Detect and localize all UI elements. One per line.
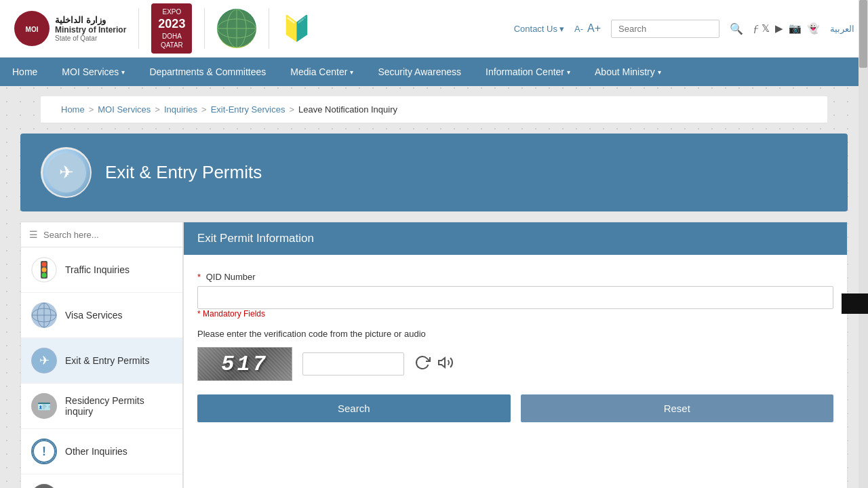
mandatory-note: * Mandatory Fields: [197, 309, 833, 319]
hero-icon: ✈: [41, 147, 92, 198]
header-search-button[interactable]: 🔍: [730, 22, 743, 35]
captcha-input[interactable]: [302, 352, 404, 375]
font-increase-button[interactable]: A+: [587, 22, 601, 35]
font-decrease-button[interactable]: A-: [574, 24, 583, 34]
svg-point-11: [42, 262, 47, 267]
sidebar: ☰ Traffic Inquiries: [20, 222, 183, 488]
moi-logo: MOI وزارة الداخلية Ministry of Interior …: [14, 8, 126, 49]
facebook-icon[interactable]: 𝓯: [753, 22, 756, 35]
breadcrumb: Home > MOI Services > Inquiries > Exit-E…: [41, 96, 827, 123]
logo-text-block: وزارة الداخلية Ministry of Interior Stat…: [55, 15, 126, 42]
other-icon: !: [31, 439, 57, 464]
form-header: Exit Permit Information: [184, 222, 847, 255]
font-size-controls: A- A+: [574, 22, 601, 35]
sidebar-item-visa-label: Visa Services: [65, 310, 123, 321]
qid-field-row: * QID Number * Mandatory Fields: [197, 272, 833, 319]
contact-dropdown-arrow: ▾: [559, 24, 564, 34]
breadcrumb-sep-4: >: [289, 104, 294, 115]
qid-number-input[interactable]: [197, 286, 833, 309]
svg-marker-28: [842, 287, 868, 321]
hero-banner: ✈ Exit & Entry Permits: [20, 134, 848, 211]
instagram-icon[interactable]: 📷: [789, 22, 802, 35]
qid-label: * QID Number: [197, 272, 833, 282]
sidebar-item-other[interactable]: ! Other Inquiries: [21, 429, 182, 474]
sidebar-item-traffic[interactable]: Traffic Inquiries: [21, 247, 182, 293]
breadcrumb-sep-1: >: [89, 104, 94, 115]
scrollbar-thumb[interactable]: [859, 0, 867, 68]
ministry-name-arabic: وزارة الداخلية: [55, 15, 126, 25]
captcha-row: 517: [197, 347, 833, 381]
verification-text: Please enter the verification code from …: [197, 329, 833, 339]
svg-point-25: [32, 485, 56, 488]
visa-icon: [31, 302, 57, 328]
page-container: Home > MOI Services > Inquiries > Exit-E…: [0, 96, 868, 488]
sidebar-search-input[interactable]: [43, 230, 174, 240]
breadcrumb-exit-entry-services[interactable]: Exit-Entry Services: [211, 104, 285, 115]
reset-button[interactable]: Reset: [521, 394, 834, 422]
nav-item-security-awareness[interactable]: Security Awareness: [366, 58, 473, 86]
moi-logo-icon: MOI: [14, 8, 51, 49]
svg-marker-27: [439, 358, 445, 367]
nav-item-information-center[interactable]: Information Center ▾: [473, 58, 583, 86]
breadcrumb-home[interactable]: Home: [61, 104, 85, 115]
plane-image: ✈: [43, 149, 90, 197]
nav-item-about-ministry[interactable]: About Ministry ▾: [583, 58, 673, 86]
captcha-audio-button[interactable]: [437, 354, 454, 374]
svg-text:MOI: MOI: [26, 26, 39, 33]
scrollbar-track[interactable]: [859, 0, 868, 488]
content-area: ☰ Traffic Inquiries: [20, 222, 848, 488]
svg-text:✈: ✈: [59, 162, 74, 182]
nav-item-departments[interactable]: Departments & Committees: [137, 58, 278, 86]
breadcrumb-inquiries[interactable]: Inquiries: [164, 104, 197, 115]
main-nav: Home MOI Services ▾ Departments & Commit…: [0, 58, 868, 86]
breadcrumb-current: Leave Notification Inquiry: [298, 104, 397, 115]
arrow-right-annotation: [842, 287, 868, 323]
social-icons-group: 𝓯 𝕏 ▶ 📷 👻: [753, 22, 820, 35]
sidebar-item-exit-entry[interactable]: ✈ Exit & Entry Permits: [21, 338, 182, 384]
contact-us-button[interactable]: Contact Us ▾: [514, 24, 564, 34]
sidebar-item-residency[interactable]: 🪪 Residency Permits inquiry: [21, 384, 182, 429]
arabic-language-link[interactable]: العربية: [830, 24, 854, 34]
sidebar-item-metrash[interactable]: 📱 Metrash: [21, 474, 182, 488]
logo-separator-3: [269, 8, 269, 49]
captcha-noise: [198, 348, 292, 380]
sidebar-item-traffic-label: Traffic Inquiries: [65, 264, 130, 275]
residency-icon: 🪪: [31, 393, 57, 419]
information-center-arrow: ▾: [567, 68, 570, 76]
exit-entry-icon: ✈: [31, 348, 57, 373]
about-ministry-arrow: ▾: [658, 68, 661, 76]
snapchat-icon[interactable]: 👻: [807, 22, 820, 35]
header-actions: Contact Us ▾ A- A+ 🔍 𝓯 𝕏 ▶ 📷 👻 العربية: [514, 20, 854, 38]
captcha-refresh-button[interactable]: [414, 354, 431, 374]
search-button[interactable]: Search: [197, 394, 511, 422]
nav-item-moi-services[interactable]: MOI Services ▾: [50, 58, 137, 86]
header-search-input[interactable]: [611, 20, 719, 38]
captcha-image: 517: [197, 347, 292, 381]
traffic-icon: [31, 257, 57, 283]
sidebar-item-other-label: Other Inquiries: [65, 446, 127, 457]
nav-item-media-center[interactable]: Media Center ▾: [278, 58, 366, 86]
main-form-panel: Exit Permit Information * QID Number * M…: [183, 222, 848, 488]
globe-decoration: [217, 9, 256, 48]
expo-logo: EXPO 2023 DOHA QATAR: [151, 3, 192, 54]
sidebar-item-visa[interactable]: Visa Services: [21, 293, 182, 338]
logo-separator: [138, 8, 139, 49]
logo-area: MOI وزارة الداخلية Ministry of Interior …: [14, 3, 312, 54]
moi-services-arrow: ▾: [121, 68, 125, 76]
svg-point-12: [42, 268, 47, 272]
form-buttons: Search Reset: [197, 394, 833, 422]
hero-title: Exit & Entry Permits: [105, 162, 262, 183]
svg-text:!: !: [42, 445, 46, 458]
breadcrumb-moi-services[interactable]: MOI Services: [98, 104, 151, 115]
svg-text:✈: ✈: [39, 354, 50, 367]
required-marker: *: [197, 272, 201, 282]
page-header: MOI وزارة الداخلية Ministry of Interior …: [0, 0, 868, 58]
twitter-icon[interactable]: 𝕏: [762, 22, 770, 35]
logo-separator-2: [204, 8, 205, 49]
metrash-icon: 📱: [31, 484, 57, 488]
captcha-controls: [414, 354, 454, 374]
svg-point-13: [42, 273, 47, 278]
youtube-icon[interactable]: ▶: [775, 22, 783, 35]
nav-item-home[interactable]: Home: [0, 58, 50, 86]
breadcrumb-sep-3: >: [201, 104, 207, 115]
